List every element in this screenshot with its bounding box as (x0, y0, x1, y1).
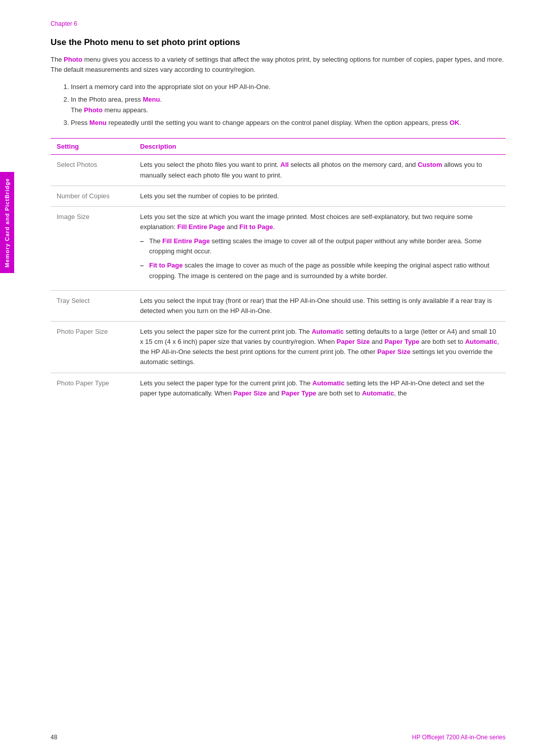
setting-label-number-copies: Number of Copies (51, 186, 134, 206)
table-row: Photo Paper Type Lets you select the pap… (51, 373, 506, 404)
setting-label-photo-paper-size: Photo Paper Size (51, 322, 134, 373)
description-number-copies: Lets you set the number of copies to be … (134, 186, 506, 206)
table-row: Select Photos Lets you select the photo … (51, 155, 506, 186)
step-2-subline: The Photo menu appears. (71, 105, 506, 116)
description-photo-paper-type: Lets you select the paper type for the c… (134, 373, 506, 404)
bullet-fit-to-page: – Fit to Page scales the image to cover … (140, 260, 499, 281)
table-row: Tray Select Lets you select the input tr… (51, 290, 506, 321)
footer: 48 HP Officejet 7200 All-in-One series (0, 734, 546, 741)
product-name: HP Officejet 7200 All-in-One series (412, 734, 506, 741)
table-header-description: Description (134, 139, 506, 155)
step-1: Insert a memory card into the appropriat… (71, 82, 506, 93)
sidebar-tab-label: Memory Card and PictBridge (4, 178, 10, 268)
description-tray-select: Lets you select the input tray (front or… (134, 290, 506, 321)
setting-label-image-size: Image Size (51, 206, 134, 290)
bullet-fill-entire-page: – The Fill Entire Page setting scales th… (140, 236, 499, 256)
menu-highlight-2: Menu (89, 119, 107, 126)
setting-label-select-photos: Select Photos (51, 155, 134, 186)
ok-highlight: OK (449, 119, 460, 126)
table-row: Photo Paper Size Lets you select the pap… (51, 322, 506, 373)
step-3: Press Menu repeatedly until the setting … (71, 118, 506, 128)
page-number: 48 (51, 734, 57, 741)
description-photo-paper-size: Lets you select the paper size for the c… (134, 322, 506, 373)
chapter-label: Chapter 6 (51, 20, 506, 27)
setting-label-photo-paper-type: Photo Paper Type (51, 373, 134, 404)
steps-list: Insert a memory card into the appropriat… (71, 82, 506, 128)
settings-table: Setting Description Select Photos Lets y… (51, 138, 506, 403)
step-2: In the Photo area, press Menu. The Photo… (71, 95, 506, 116)
intro-paragraph: The Photo menu gives you access to a var… (51, 55, 506, 75)
menu-highlight-1: Menu (143, 96, 160, 103)
sidebar-tab: Memory Card and PictBridge (0, 172, 14, 273)
description-image-size: Lets you set the size at which you want … (134, 206, 506, 290)
table-header-setting: Setting (51, 139, 134, 155)
photo-highlight-2: Photo (84, 106, 103, 114)
table-row: Number of Copies Lets you set the number… (51, 186, 506, 206)
photo-highlight: Photo (64, 56, 82, 63)
table-row: Image Size Lets you set the size at whic… (51, 206, 506, 290)
setting-label-tray-select: Tray Select (51, 290, 134, 321)
description-select-photos: Lets you select the photo files you want… (134, 155, 506, 186)
page-title: Use the Photo menu to set photo print op… (51, 37, 506, 48)
